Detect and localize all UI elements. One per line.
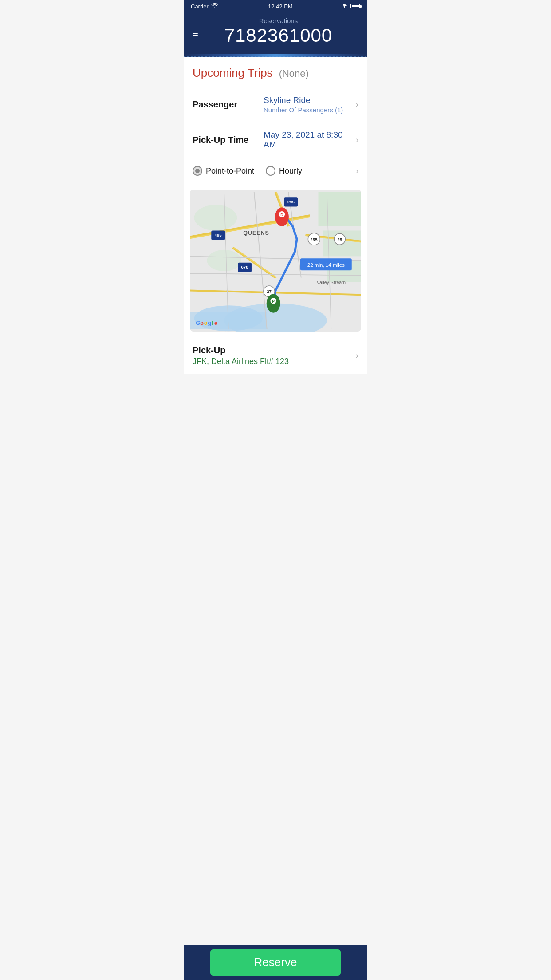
- svg-text:25: 25: [337, 237, 342, 242]
- passenger-row[interactable]: Passenger Skyline Ride Number Of Passeng…: [184, 87, 367, 122]
- svg-text:QUEENS: QUEENS: [243, 230, 269, 236]
- svg-text:G: G: [196, 320, 201, 326]
- hourly-radio[interactable]: [266, 166, 276, 176]
- passengers-count: Number Of Passengers (1): [264, 106, 356, 114]
- svg-rect-4: [319, 192, 362, 226]
- svg-text:l: l: [212, 320, 213, 326]
- upcoming-trips-header: Upcoming Trips (None): [184, 57, 367, 87]
- pickup-time-label: Pick-Up Time: [193, 135, 264, 145]
- carrier-label: Carrier: [191, 3, 209, 10]
- location-arrow-icon: [342, 3, 348, 10]
- upcoming-trips-label: Upcoming Trips: [193, 66, 273, 80]
- pickup-value: JFK, Delta Airlines Flt# 123: [193, 357, 356, 366]
- svg-text:g: g: [208, 320, 212, 326]
- svg-text:295: 295: [287, 199, 295, 204]
- point-to-point-option[interactable]: Point-to-Point: [193, 166, 254, 176]
- map-container: 22 min, 14 miles 495 295 678 25B 25 27 Q…: [190, 190, 361, 332]
- status-bar: Carrier 12:42 PM: [184, 0, 367, 12]
- hourly-option[interactable]: Hourly: [266, 166, 302, 176]
- svg-text:e: e: [214, 320, 217, 326]
- svg-text:27: 27: [267, 289, 272, 294]
- pickup-content: Pick-Up JFK, Delta Airlines Flt# 123: [193, 345, 356, 366]
- header: ≡ Reservations 7182361000: [184, 12, 367, 54]
- point-to-point-radio[interactable]: [193, 166, 202, 176]
- status-right: [342, 3, 360, 10]
- svg-text:22 min, 14 miles: 22 min, 14 miles: [307, 262, 345, 268]
- hourly-label: Hourly: [279, 166, 302, 176]
- svg-text:678: 678: [241, 265, 248, 270]
- svg-text:o: o: [200, 320, 204, 326]
- phone-number: 7182361000: [198, 25, 358, 46]
- carrier-wifi: Carrier: [191, 3, 218, 10]
- main-content: Upcoming Trips (None) Passenger Skyline …: [184, 57, 367, 374]
- passenger-value: Skyline Ride Number Of Passengers (1): [264, 95, 356, 114]
- svg-text:25B: 25B: [311, 237, 318, 242]
- status-time: 12:42 PM: [268, 3, 293, 10]
- battery-icon: [350, 3, 360, 10]
- pickup-time-row[interactable]: Pick-Up Time May 23, 2021 at 8:30 AM ›: [184, 122, 367, 158]
- svg-text:Valley Stream: Valley Stream: [317, 280, 346, 285]
- gradient-strip: [184, 54, 367, 57]
- upcoming-trips-value: (None): [279, 68, 309, 79]
- pickup-label: Pick-Up: [193, 345, 356, 356]
- menu-button[interactable]: ≡: [193, 29, 198, 39]
- point-to-point-label: Point-to-Point: [206, 166, 254, 176]
- header-title: Reservations 7182361000: [198, 17, 358, 46]
- pickup-date: May 23, 2021 at 8:30 AM: [264, 130, 356, 150]
- svg-point-8: [207, 250, 241, 271]
- svg-text:495: 495: [215, 233, 222, 237]
- passenger-chevron: ›: [356, 100, 358, 109]
- reservations-label: Reservations: [198, 17, 358, 24]
- trip-type-chevron: ›: [356, 166, 358, 176]
- pickup-time-value: May 23, 2021 at 8:30 AM: [264, 130, 356, 150]
- pickup-location-row[interactable]: Pick-Up JFK, Delta Airlines Flt# 123 ›: [184, 337, 367, 374]
- pickup-time-chevron: ›: [356, 135, 358, 145]
- pickup-chevron: ›: [356, 351, 358, 360]
- passenger-label: Passenger: [193, 99, 264, 110]
- trip-type-row[interactable]: Point-to-Point Hourly ›: [184, 158, 367, 184]
- svg-text:D: D: [280, 213, 283, 217]
- svg-text:o: o: [204, 320, 208, 326]
- wifi-icon: [211, 3, 218, 10]
- svg-point-7: [194, 205, 237, 231]
- svg-text:P: P: [272, 299, 275, 304]
- service-name: Skyline Ride: [264, 95, 356, 105]
